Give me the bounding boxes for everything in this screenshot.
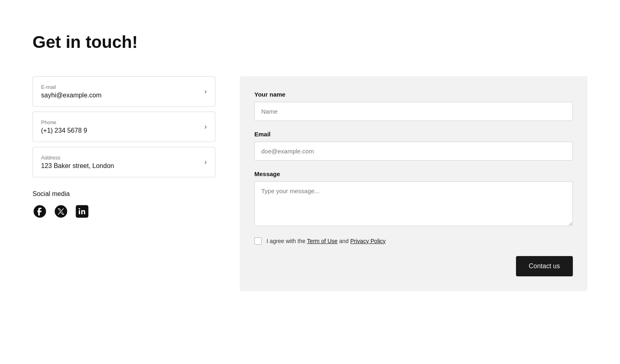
phone-card-info: Phone (+1) 234 5678 9 [41, 119, 87, 134]
phone-label: Phone [41, 119, 87, 125]
agreement-row: I agree with the Term of Use and Privacy… [254, 237, 573, 245]
message-form-label: Message [254, 170, 573, 177]
svg-point-4 [79, 208, 80, 210]
phone-card[interactable]: Phone (+1) 234 5678 9 › [33, 112, 215, 142]
address-card-info: Address 123 Baker street, London [41, 155, 114, 170]
address-chevron-icon: › [204, 158, 207, 166]
phone-chevron-icon: › [204, 123, 207, 131]
email-label: E-mail [41, 84, 102, 90]
left-column: E-mail sayhi@example.com › Phone (+1) 23… [33, 76, 215, 219]
address-label: Address [41, 155, 114, 161]
social-section: Social media [33, 190, 215, 219]
message-textarea[interactable] [254, 181, 573, 226]
phone-value: (+1) 234 5678 9 [41, 127, 87, 134]
email-card[interactable]: E-mail sayhi@example.com › [33, 76, 215, 107]
name-form-label: Your name [254, 91, 573, 98]
term-of-use-link[interactable]: Term of Use [307, 238, 337, 244]
address-value: 123 Baker street, London [41, 162, 114, 170]
social-icons [33, 204, 215, 219]
message-group: Message [254, 170, 573, 228]
facebook-icon[interactable] [33, 204, 47, 219]
email-chevron-icon: › [204, 87, 207, 96]
agreement-text: I agree with the Term of Use and Privacy… [267, 238, 386, 244]
privacy-policy-link[interactable]: Privacy Policy [350, 238, 386, 244]
contact-form: Your name Email Message I agree with the… [240, 76, 587, 291]
svg-point-1 [55, 205, 67, 218]
name-group: Your name [254, 91, 573, 121]
page-wrapper: Get in touch! E-mail sayhi@example.com ›… [33, 32, 587, 291]
content-layout: E-mail sayhi@example.com › Phone (+1) 23… [33, 76, 587, 291]
email-card-info: E-mail sayhi@example.com [41, 84, 102, 99]
email-form-label: Email [254, 131, 573, 138]
agreement-checkbox[interactable] [254, 237, 262, 245]
email-group: Email [254, 131, 573, 161]
linkedin-icon[interactable] [75, 204, 89, 219]
submit-button[interactable]: Contact us [516, 256, 573, 276]
email-input[interactable] [254, 142, 573, 161]
x-twitter-icon[interactable] [54, 204, 68, 219]
social-label: Social media [33, 190, 215, 198]
svg-rect-3 [79, 210, 80, 214]
page-title: Get in touch! [33, 32, 587, 52]
email-value: sayhi@example.com [41, 92, 102, 99]
form-footer: Contact us [254, 256, 573, 276]
name-input[interactable] [254, 102, 573, 121]
address-card[interactable]: Address 123 Baker street, London › [33, 147, 215, 177]
